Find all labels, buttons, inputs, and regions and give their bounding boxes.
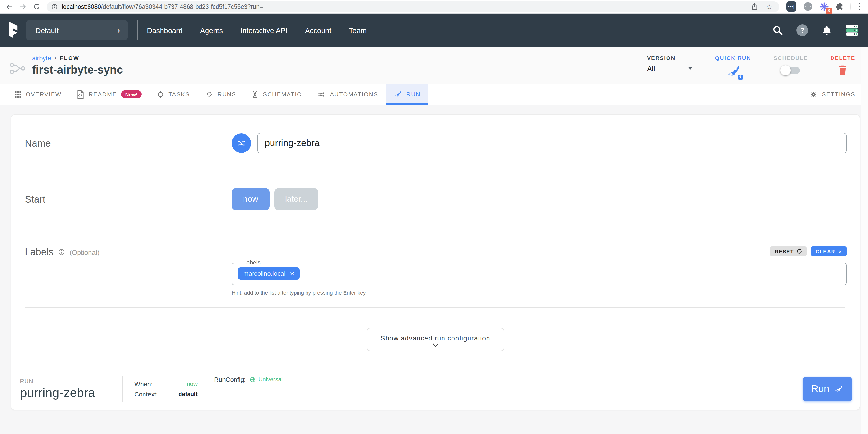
browser-back-button[interactable] xyxy=(4,1,14,12)
labels-input-field[interactable]: Labels marcolino.local × xyxy=(231,259,846,285)
breadcrumb-current: FLOW xyxy=(60,55,80,61)
nav-link-team[interactable]: Team xyxy=(349,26,367,34)
nav-link-dashboard[interactable]: Dashboard xyxy=(147,26,183,34)
question-mark-icon: ? xyxy=(800,26,804,34)
context-value: default xyxy=(178,390,197,398)
toggle-knob xyxy=(780,65,790,75)
name-row: Name xyxy=(11,133,860,153)
tab-label: AUTOMATIONS xyxy=(330,91,378,98)
tab-schematic[interactable]: SCHEMATIC xyxy=(244,84,309,105)
breadcrumb-project-link[interactable]: airbyte xyxy=(32,54,51,62)
gray-extension-icon[interactable] xyxy=(803,1,813,12)
quick-run-label: QUICK RUN xyxy=(715,55,751,61)
when-label: When: xyxy=(134,380,153,387)
tab-label: TASKS xyxy=(168,91,190,98)
label-chip-text: marcolino.local xyxy=(243,270,285,277)
start-later-button[interactable]: later... xyxy=(274,188,318,210)
search-icon xyxy=(772,25,783,36)
page-title: first-airbyte-sync xyxy=(32,63,123,76)
remove-label-icon[interactable]: × xyxy=(290,270,294,278)
start-label: Start xyxy=(25,194,231,205)
server-stack-icon xyxy=(846,24,858,36)
run-name: purring-zebra xyxy=(20,385,122,400)
delete-control: DELETE xyxy=(831,52,855,76)
tab-run[interactable]: RUN xyxy=(386,84,428,105)
bell-icon xyxy=(821,25,833,36)
info-icon[interactable] xyxy=(58,249,65,256)
tab-automations[interactable]: AUTOMATIONS xyxy=(309,84,386,105)
schedule-toggle[interactable] xyxy=(782,66,800,74)
labels-actions: RESET CLEAR × xyxy=(231,247,846,256)
url-text: localhost:8080/default/flow/76a30344-b73… xyxy=(62,3,263,10)
nav-link-account[interactable]: Account xyxy=(305,26,331,34)
asterisk-extension-icon[interactable]: 3 xyxy=(819,2,829,11)
app-navbar: Default › Dashboard Agents Interactive A… xyxy=(0,13,868,47)
labels-label: Labels xyxy=(25,247,54,258)
settings-label: SETTINGS xyxy=(822,91,855,98)
advanced-section: Show advanced run configuration xyxy=(11,328,860,351)
nav-link-interactive-api[interactable]: Interactive API xyxy=(240,26,287,34)
run-details-col1: When: now Context: default xyxy=(134,379,197,399)
password-manager-extension-icon[interactable]: •••| xyxy=(786,1,797,12)
tab-readme[interactable]: README New! xyxy=(69,84,150,105)
close-icon: × xyxy=(838,248,842,255)
run-config-card: Name Start now later... Labels xyxy=(11,114,860,410)
tab-runs[interactable]: RUNS xyxy=(197,84,244,105)
schematic-icon xyxy=(252,90,258,98)
browser-menu-button[interactable] xyxy=(858,2,861,11)
server-status-button[interactable] xyxy=(846,24,858,36)
tab-label: RUN xyxy=(406,91,421,98)
randomize-name-button[interactable] xyxy=(231,134,251,153)
clear-labels-button[interactable]: CLEAR × xyxy=(811,247,846,256)
shuffle-icon xyxy=(317,90,326,98)
caret-down-icon xyxy=(688,67,693,70)
scrollbar-gutter[interactable] xyxy=(861,47,868,434)
start-now-button[interactable]: now xyxy=(231,188,270,210)
browser-forward-button[interactable] xyxy=(18,1,28,12)
tab-tasks[interactable]: TASKS xyxy=(149,84,197,105)
back-arrow-icon xyxy=(5,3,13,10)
version-control: VERSION All xyxy=(647,52,693,75)
browser-refresh-button[interactable] xyxy=(31,1,42,12)
runconfig-label: RunConfig: xyxy=(214,376,246,383)
nav-link-agents[interactable]: Agents xyxy=(200,26,223,34)
forward-arrow-icon xyxy=(19,3,27,10)
context-row: Context: default xyxy=(134,389,197,399)
context-label: Context: xyxy=(134,390,158,398)
workspace-selector[interactable]: Default › xyxy=(26,20,128,40)
main-navigation: Dashboard Agents Interactive API Account… xyxy=(147,26,367,34)
flow-header-actions: VERSION All QUICK RUN SCHEDULE xyxy=(647,52,855,79)
star-icon: ☆ xyxy=(766,3,773,10)
title-block: airbyte › FLOW first-airbyte-sync xyxy=(32,54,123,76)
globe-icon xyxy=(250,376,256,383)
when-value: now xyxy=(187,380,197,387)
run-label: RUN xyxy=(20,378,122,384)
name-controls xyxy=(231,133,846,153)
address-bar[interactable]: localhost:8080/default/flow/76a30344-b73… xyxy=(47,1,779,12)
gear-icon xyxy=(810,90,817,98)
extension-badge: 3 xyxy=(826,7,832,14)
delete-button[interactable] xyxy=(838,64,848,76)
tab-settings[interactable]: SETTINGS xyxy=(810,84,855,105)
run-button[interactable]: Run xyxy=(803,377,852,401)
version-select[interactable]: All xyxy=(647,64,693,75)
search-button[interactable] xyxy=(772,25,783,36)
browser-profile-avatar[interactable] xyxy=(850,3,851,10)
run-name-input[interactable] xyxy=(257,133,846,153)
site-info-icon[interactable] xyxy=(51,3,58,10)
tab-overview[interactable]: OVERVIEW xyxy=(7,84,69,105)
label-chip[interactable]: marcolino.local × xyxy=(238,267,300,280)
flow-icon xyxy=(9,62,26,75)
section-divider xyxy=(25,307,845,308)
help-button[interactable]: ? xyxy=(797,24,808,36)
share-button[interactable] xyxy=(749,1,760,12)
delete-label: DELETE xyxy=(831,55,855,61)
new-badge: New! xyxy=(121,90,142,98)
quick-run-button[interactable] xyxy=(726,64,741,79)
bookmark-button[interactable]: ☆ xyxy=(764,1,775,12)
reset-labels-button[interactable]: RESET xyxy=(770,247,807,256)
notifications-button[interactable] xyxy=(821,25,833,36)
show-advanced-button[interactable]: Show advanced run configuration xyxy=(367,328,504,351)
workspace-name: Default xyxy=(35,26,59,34)
extensions-puzzle-icon[interactable] xyxy=(835,2,844,11)
